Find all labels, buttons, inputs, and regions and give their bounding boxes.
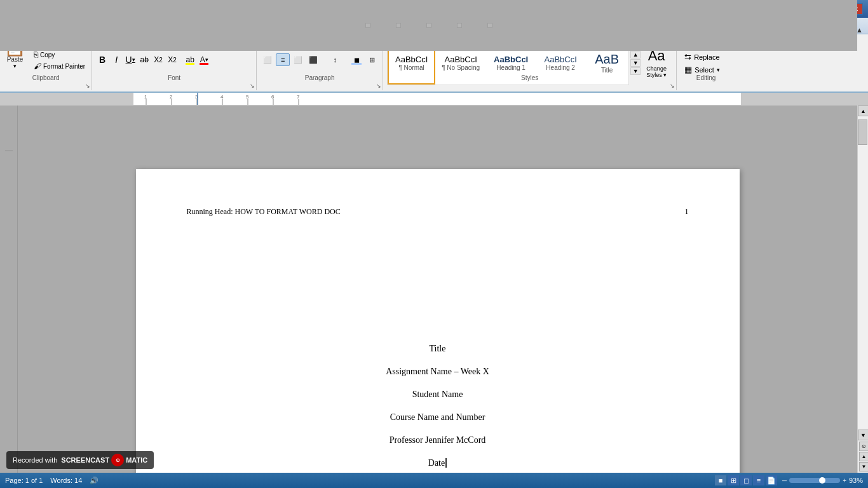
zoom-level: 93% [849, 477, 863, 484]
browse-next-button[interactable]: ▼ [859, 462, 868, 471]
page-wrapper: Running Head: HOW TO FORMAT WORD DOC 1 T… [18, 105, 857, 473]
document-course-line[interactable]: Course Name and Number [390, 412, 485, 423]
styles-label: Styles [383, 74, 676, 81]
text-highlight-button[interactable]: ab [184, 53, 196, 66]
style-heading2-preview: AaBbCcI [544, 55, 576, 64]
recorded-with-text: Recorded with [13, 456, 57, 464]
document-professor-line[interactable]: Professor Jennifer McCord [390, 435, 486, 445]
select-browse-object-button[interactable]: ⊙ [859, 442, 868, 451]
style-title-label: Title [601, 67, 613, 74]
zoom-in-button[interactable]: + [843, 477, 846, 484]
language-status: 🔊 [90, 477, 98, 485]
copy-icon: ⎘ [34, 50, 38, 59]
svg-text:4: 4 [220, 94, 224, 100]
page-number: 1 [685, 207, 689, 217]
style-heading1-preview: AaBbCcI [494, 55, 528, 64]
superscript-button[interactable]: X2 [166, 53, 179, 66]
borders-button[interactable]: ⊞ [365, 53, 379, 66]
paragraph-expand-icon[interactable]: ↘ [376, 83, 381, 89]
font-color-button[interactable]: A ▾ [198, 53, 210, 66]
svg-text:6: 6 [271, 94, 275, 100]
svg-text:2: 2 [170, 94, 173, 100]
justify-button[interactable]: ⬛ [306, 53, 320, 66]
format-painter-icon: 🖌 [34, 62, 41, 71]
copy-button[interactable]: ⎘ Copy [31, 50, 88, 60]
vertical-ruler: │ [5, 148, 12, 152]
page-content: Title Assignment Name – Week X Student N… [187, 344, 689, 468]
svg-text:5: 5 [246, 94, 249, 100]
italic-button[interactable]: I [110, 53, 123, 66]
select-icon: ▦ [684, 65, 692, 74]
full-screen-view-button[interactable]: ⊞ [728, 475, 739, 485]
document-title-line[interactable]: Title [430, 344, 446, 354]
document-date-line[interactable]: Date ​ [428, 458, 447, 468]
align-right-button[interactable]: ⬜ [291, 53, 305, 66]
zoom-slider[interactable] [789, 478, 840, 483]
document-scroll-area[interactable]: Running Head: HOW TO FORMAT WORD DOC 1 T… [18, 105, 857, 473]
left-margin-bar: │ [0, 105, 18, 473]
ruler-main[interactable]: 1 2 3 4 5 6 7 [133, 93, 741, 105]
status-left: Page: 1 of 1 Words: 14 🔊 [5, 477, 98, 485]
style-title-preview: AaB [595, 52, 619, 67]
page-status: Page: 1 of 1 [5, 477, 43, 484]
watermark-suffix-text: MATIC [126, 456, 147, 464]
document-student-line[interactable]: Student Name [412, 390, 463, 400]
clipboard-label: Clipboard [0, 74, 92, 81]
svg-text:1: 1 [144, 94, 147, 100]
styles-scroll-down-button[interactable]: ▼ [630, 59, 641, 67]
style-heading1-label: Heading 1 [496, 64, 526, 71]
status-bar: Page: 1 of 1 Words: 14 🔊 ■ ⊞ ◻ ≡ 📄 ─ + 9… [0, 473, 868, 488]
screencast-watermark: Recorded with SCREENCAST ⊙ MATIC [6, 451, 154, 469]
styles-scroll-up-button[interactable]: ▲ [630, 51, 641, 58]
font-expand-icon[interactable]: ↘ [250, 83, 255, 89]
outline-view-button[interactable]: ≡ [753, 475, 764, 485]
styles-expand-icon[interactable]: ↘ [670, 83, 675, 89]
align-left-button[interactable]: ⬜ [261, 53, 275, 66]
print-layout-view-button[interactable]: ■ [715, 475, 726, 485]
scroll-up-button[interactable]: ▲ [858, 105, 868, 116]
running-head: Running Head: HOW TO FORMAT WORD DOC [187, 207, 341, 217]
web-layout-view-button[interactable]: ◻ [740, 475, 752, 485]
font-label: Font [92, 74, 256, 81]
format-painter-button[interactable]: 🖌 Format Painter [31, 61, 88, 71]
document-assignment-line[interactable]: Assignment Name – Week X [386, 367, 489, 377]
document-container: │ Running Head: HOW TO FORMAT WORD DOC 1 [0, 105, 868, 473]
watermark-logo-icon: ⊙ [111, 454, 124, 466]
document-page[interactable]: Running Head: HOW TO FORMAT WORD DOC 1 T… [136, 169, 740, 473]
ruler-left-margin [0, 93, 133, 105]
vertical-scrollbar[interactable]: ▲ ▼ ⊙ ▲ ▼ [857, 105, 868, 473]
text-cursor: ​ [445, 458, 447, 468]
replace-button[interactable]: ⇆ Replace [681, 51, 731, 63]
style-normal-label: ¶ Normal [398, 64, 424, 71]
style-no-spacing-preview: AaBbCcI [444, 55, 477, 64]
styles-gallery-scroll: ▲ ▼ ▼ [630, 51, 641, 75]
browse-previous-button[interactable]: ▲ [859, 452, 868, 461]
paragraph-label: Paragraph [257, 74, 383, 81]
strikethrough-button[interactable]: ab [138, 53, 151, 66]
style-no-spacing-label: ¶ No Spacing [442, 64, 480, 71]
line-spacing-button[interactable]: ↕ [328, 53, 342, 66]
ruler: 1 2 3 4 5 6 7 [0, 93, 868, 105]
scroll-track[interactable] [858, 116, 868, 430]
ruler-right-margin [741, 93, 868, 105]
shading-button[interactable]: ◼ [349, 53, 363, 66]
status-right: ■ ⊞ ◻ ≡ 📄 ─ + 93% [715, 475, 863, 485]
style-normal-preview: AaBbCcI [395, 55, 428, 64]
scroll-down-button[interactable]: ▼ [858, 430, 868, 440]
svg-text:7: 7 [297, 94, 300, 100]
subscript-button[interactable]: X2 [152, 53, 165, 66]
scroll-thumb[interactable] [858, 119, 867, 145]
watermark-brand-text: SCREENCAST [61, 456, 109, 464]
clipboard-expand-icon[interactable]: ↘ [85, 83, 90, 89]
replace-icon: ⇆ [684, 52, 691, 62]
page-header: Running Head: HOW TO FORMAT WORD DOC 1 [187, 207, 689, 217]
zoom-out-button[interactable]: ─ [782, 477, 787, 484]
word-count-status: Words: 14 [50, 477, 82, 484]
zoom-thumb[interactable] [819, 477, 825, 484]
style-heading2-label: Heading 2 [546, 64, 575, 71]
zoom-control[interactable]: ─ + 93% [782, 477, 863, 484]
underline-button[interactable]: U▾ [124, 53, 137, 66]
bold-button[interactable]: B [96, 53, 109, 66]
draft-view-button[interactable]: 📄 [766, 475, 777, 485]
align-center-button[interactable]: ≡ [276, 53, 290, 66]
